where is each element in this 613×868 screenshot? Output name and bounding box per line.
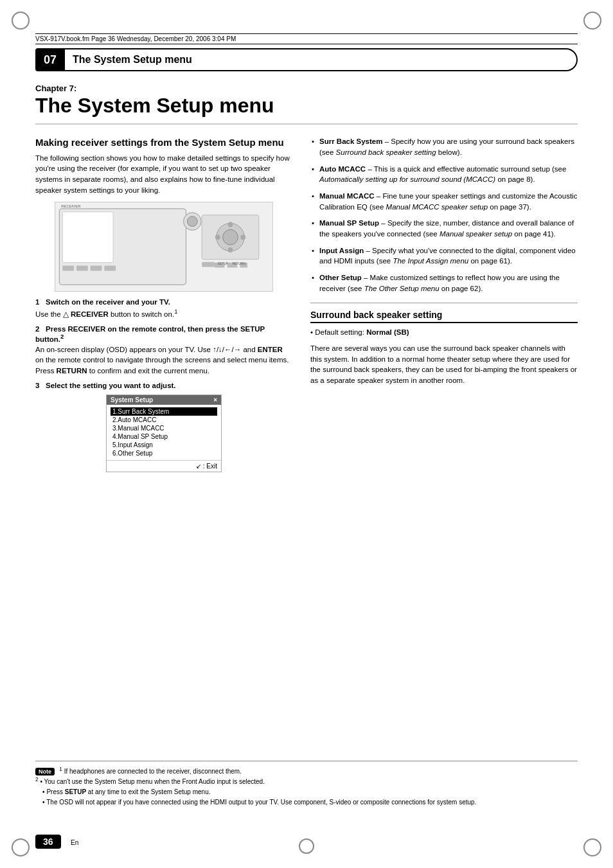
file-info-text: VSX-917V.book.fm Page 36 Wednesday, Dece… — [35, 35, 236, 42]
setup-exit-text: ↙ : Exit — [107, 460, 221, 472]
setup-item-6: 6.Other Setup — [111, 449, 217, 457]
step-2: 2 Press RECEIVER on the remote control, … — [35, 325, 292, 376]
chapter-label: Chapter 7: — [35, 84, 578, 93]
setup-item-3: 3.Manual MCACC — [111, 424, 217, 432]
intro-text: The following section shows you how to m… — [35, 153, 292, 196]
setup-item-2: 2.Auto MCACC — [111, 416, 217, 424]
note-icon: Note — [35, 768, 55, 775]
chapter-number: 07 — [35, 48, 65, 71]
setup-menu-body: 1.Surr Back System 2.Auto MCACC 3.Manual… — [107, 405, 221, 460]
bullet-surr-back: Surr Back System – Specify how you are u… — [310, 136, 578, 157]
surround-default: • Default setting: Normal (SB) — [310, 327, 578, 338]
step-1-num: 1 — [35, 298, 39, 306]
corner-decoration-bl — [12, 838, 30, 856]
step-1-text: Switch on the receiver and your TV. — [46, 298, 170, 306]
bullet-manual-sp: Manual SP Setup – Specify the size, numb… — [310, 218, 578, 239]
right-column: Surr Back System – Specify how you are u… — [310, 136, 578, 477]
svg-point-9 — [215, 235, 220, 240]
bottom-center-decoration — [299, 838, 314, 854]
svg-rect-11 — [62, 266, 74, 271]
step-1: 1 Switch on the receiver and your TV. Us… — [35, 298, 292, 320]
step-3: 3 Select the setting you want to adjust.… — [35, 382, 292, 472]
bullet-input-assign: Input Assign – Specify what you've conne… — [310, 245, 578, 267]
setup-item-1: 1.Surr Back System — [111, 407, 217, 416]
corner-decoration-tr — [583, 12, 601, 30]
setup-menu-screenshot: System Setup × 1.Surr Back System 2.Auto… — [106, 394, 222, 472]
step-2-body: An on-screen display (OSD) appears on yo… — [35, 344, 292, 376]
step-3-text: Select the setting you want to adjust. — [46, 382, 176, 389]
file-info-bar: VSX-917V.book.fm Page 36 Wednesday, Dece… — [35, 33, 578, 44]
left-section-heading: Making receiver settings from the System… — [35, 136, 292, 149]
step-1-body: Use the △ RECEIVER button to switch on.1 — [35, 307, 292, 320]
setup-item-4: 4.Manual SP Setup — [111, 432, 217, 441]
svg-rect-1 — [62, 212, 113, 263]
svg-rect-12 — [76, 266, 88, 271]
note-text: 1 If headphones are connected to the rec… — [35, 768, 476, 806]
feature-bullet-list: Surr Back System – Specify how you are u… — [310, 136, 578, 294]
svg-text:SETUP: SETUP — [218, 262, 229, 265]
svg-rect-18 — [202, 262, 215, 267]
note-box: Note 1 If headphones are connected to th… — [35, 761, 578, 807]
corner-decoration-br — [583, 838, 601, 856]
svg-text:RETURN: RETURN — [232, 262, 245, 265]
chapter-title-text: The System Setup menu — [73, 54, 192, 66]
svg-rect-14 — [104, 266, 116, 271]
svg-point-10 — [240, 235, 245, 240]
svg-point-6 — [223, 230, 238, 245]
svg-text:RECEIVER: RECEIVER — [61, 204, 80, 208]
setup-menu-close: × — [213, 396, 217, 403]
svg-rect-13 — [91, 266, 102, 271]
svg-point-7 — [228, 222, 233, 227]
step-1-title: 1 Switch on the receiver and your TV. — [35, 298, 292, 306]
step-3-num: 3 — [35, 382, 39, 389]
surround-heading: Surround back speaker setting — [310, 310, 578, 323]
step-3-title: 3 Select the setting you want to adjust. — [35, 382, 292, 389]
step-2-num: 2 — [35, 325, 39, 333]
bullet-auto-mcacc: Auto MCACC – This is a quick and effecti… — [310, 164, 578, 185]
step-2-title: 2 Press RECEIVER on the remote control, … — [35, 325, 292, 343]
setup-menu-title: System Setup × — [107, 395, 221, 405]
main-content: Chapter 7: The System Setup menu Making … — [35, 84, 578, 829]
setup-menu-title-text: System Setup — [111, 396, 153, 403]
page-number: 36 — [35, 835, 61, 849]
svg-point-3 — [187, 217, 197, 227]
chapter-title-bar: The System Setup menu — [65, 48, 578, 71]
two-column-layout: Making receiver settings from the System… — [35, 136, 578, 477]
chapter-main-title: The System Setup menu — [35, 94, 578, 125]
svg-point-8 — [228, 247, 233, 252]
receiver-image: RECEIVER SETUP RETURN — [55, 202, 273, 292]
setup-item-5: 5.Input Assign — [111, 441, 217, 449]
surround-body: There are several ways you can use the s… — [310, 343, 578, 386]
chapter-header: 07 The System Setup menu — [35, 48, 578, 71]
bullet-other-setup: Other Setup – Make customized settings t… — [310, 272, 578, 294]
left-column: Making receiver settings from the System… — [35, 136, 292, 477]
page-en: En — [71, 839, 78, 846]
corner-decoration-tl — [12, 12, 30, 30]
bullet-manual-mcacc: Manual MCACC – Fine tune your speaker se… — [310, 191, 578, 212]
